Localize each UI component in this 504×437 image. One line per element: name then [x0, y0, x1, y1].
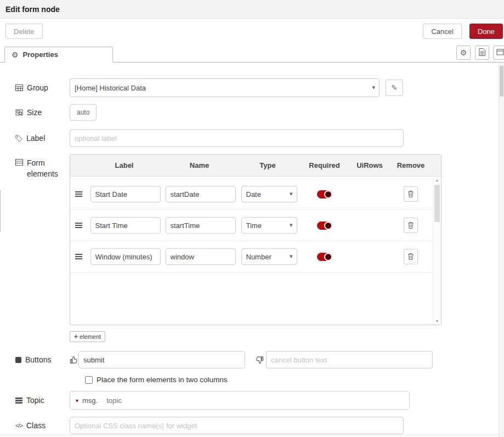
pencil-icon: ✎ [391, 83, 398, 92]
element-type-select[interactable]: Date [241, 186, 297, 202]
column-header-name: Name [162, 161, 237, 169]
scroll-up-icon[interactable]: ▲ [435, 178, 439, 182]
document-icon [479, 48, 485, 58]
dialog-toolbar: Delete Cancel Done [0, 19, 504, 44]
topic-typed-input: ▾ msg. [70, 391, 410, 410]
required-toggle[interactable] [317, 190, 332, 198]
list-icon [15, 159, 23, 166]
scrollbar-thumb[interactable] [500, 66, 503, 97]
tab-properties-label: Properties [23, 50, 58, 59]
node-settings-button[interactable]: ⚙ [456, 46, 471, 60]
group-select[interactable]: [Home] Historical Data [70, 78, 380, 97]
tab-properties[interactable]: ⚙ Properties [4, 47, 113, 63]
plus-icon: + [74, 333, 78, 340]
node-description-button[interactable] [475, 46, 489, 60]
element-name-input[interactable] [166, 186, 236, 202]
trash-icon [407, 222, 414, 229]
panel-edge-divider [0, 190, 1, 232]
required-toggle[interactable] [317, 222, 332, 230]
toggle-knob [324, 190, 332, 198]
remove-element-button[interactable] [404, 186, 418, 202]
scroll-down-icon[interactable]: ▼ [435, 319, 439, 323]
toggle-knob [324, 222, 332, 230]
node-appearance-button[interactable] [493, 46, 504, 60]
group-select-wrap: [Home] Historical Data ▾ [70, 78, 380, 97]
column-header-label: Label [87, 161, 162, 169]
form-elements-label: Form elements [15, 154, 70, 180]
size-auto-button[interactable]: auto [70, 104, 97, 121]
element-label-input[interactable] [90, 248, 161, 265]
topic-label: Topic [15, 396, 70, 405]
tab-bar: ⚙ Properties ⚙ [0, 44, 504, 63]
form-element-row: Time▾ [70, 210, 441, 241]
table-icon [15, 84, 23, 91]
edit-form-node-dialog: Edit form node Delete Cancel Done ⚙ Prop… [0, 0, 504, 434]
add-element-button[interactable]: + element [70, 331, 105, 342]
gear-icon: ⚙ [12, 50, 19, 59]
class-row: </> Class [15, 417, 504, 434]
dialog-title: Edit form node [5, 5, 60, 14]
size-row: Size auto [15, 104, 504, 121]
table-scrollbar[interactable]: ▲ ▼ [433, 177, 441, 325]
form-element-row: Date▾ [70, 179, 441, 210]
tag-icon [15, 135, 22, 142]
dialog-bottom-border [0, 435, 499, 435]
form-elements-header: Label Name Type Required UiRows Remove [70, 155, 441, 177]
label-row: Label [15, 129, 504, 147]
element-label-input[interactable] [90, 186, 161, 202]
edit-group-button[interactable]: ✎ [386, 80, 403, 96]
form-elements-row: Form elements Label Name Type Required U… [15, 154, 504, 342]
two-columns-row: Place the form elements in two columns [85, 376, 504, 384]
vertical-scrollbar[interactable] [499, 63, 504, 437]
done-button[interactable]: Done [469, 24, 503, 39]
toolbar-right: Cancel Done [423, 24, 503, 39]
drag-handle-icon[interactable] [70, 254, 87, 259]
properties-panel: Group [Home] Historical Data ▾ ✎ Size au… [0, 63, 504, 434]
tasks-icon [15, 398, 22, 404]
chevron-down-icon: ▾ [76, 398, 78, 404]
topic-row: Topic ▾ msg. [15, 391, 504, 410]
thumbs-down-icon [256, 356, 264, 364]
remove-element-button[interactable] [404, 249, 418, 264]
element-type-select[interactable]: Number [241, 248, 297, 265]
form-elements-table: Label Name Type Required UiRows Remove D… [70, 154, 441, 325]
dialog-header: Edit form node [0, 0, 504, 19]
topic-type-button[interactable]: ▾ msg. [70, 391, 103, 409]
gear-icon: ⚙ [460, 48, 467, 57]
class-label: </> Class [15, 421, 70, 430]
scrollbar-thumb[interactable] [434, 185, 440, 222]
cancel-button-text-input[interactable] [266, 351, 433, 368]
square-icon [15, 357, 21, 363]
drag-handle-icon[interactable] [70, 191, 87, 197]
two-columns-label: Place the form elements in two columns [97, 376, 228, 384]
form-element-row: Number▾ [70, 241, 441, 273]
cancel-button[interactable]: Cancel [423, 24, 461, 39]
toggle-knob [324, 253, 332, 261]
object-group-icon [15, 109, 23, 116]
submit-button-text-input[interactable] [78, 351, 245, 368]
code-icon: </> [15, 422, 22, 429]
trash-icon [407, 253, 414, 260]
drag-handle-icon[interactable] [70, 223, 87, 228]
element-type-select[interactable]: Time [241, 217, 297, 234]
two-columns-checkbox[interactable] [85, 376, 93, 384]
column-header-remove: Remove [389, 161, 433, 169]
topic-input[interactable] [103, 391, 409, 409]
form-elements-editor: Label Name Type Required UiRows Remove D… [70, 154, 441, 342]
element-label-input[interactable] [90, 217, 161, 234]
label-label: Label [15, 134, 70, 143]
element-name-input[interactable] [166, 248, 236, 265]
label-input[interactable] [70, 129, 404, 147]
appearance-icon [496, 48, 504, 57]
group-label: Group [15, 83, 70, 92]
required-toggle[interactable] [317, 253, 332, 261]
group-row: Group [Home] Historical Data ▾ ✎ [15, 78, 504, 97]
buttons-label: Buttons [15, 355, 70, 364]
delete-button[interactable]: Delete [5, 24, 43, 39]
class-input[interactable] [70, 417, 404, 434]
remove-element-button[interactable] [404, 218, 418, 233]
column-header-type: Type [237, 161, 298, 169]
column-header-required: Required [298, 161, 350, 169]
element-name-input[interactable] [166, 217, 236, 234]
topic-type-label: msg. [82, 396, 98, 405]
